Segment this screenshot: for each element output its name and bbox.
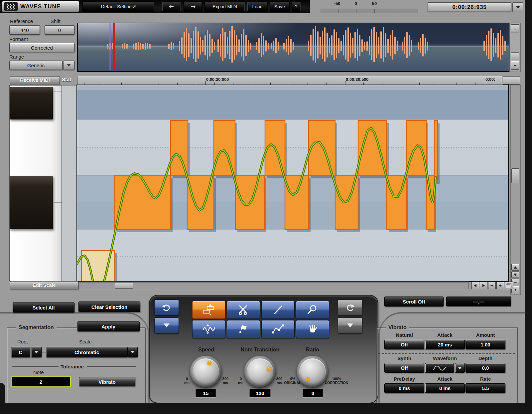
range-dropdown-button[interactable]	[63, 61, 74, 70]
speed-knob[interactable]	[190, 356, 222, 388]
receive-midi-button[interactable]: Receive MIDI	[10, 76, 60, 84]
waveform-bar	[283, 43, 285, 50]
scroll-down-button[interactable]	[511, 271, 519, 278]
waveform-overview[interactable]	[77, 23, 509, 72]
tool-console: Speed Note Transition Ratio 0ms 800ms 0m…	[149, 295, 378, 403]
arrow-up-icon	[514, 266, 517, 269]
redo-button[interactable]	[338, 300, 362, 315]
waveform-bar	[380, 31, 382, 59]
waveform-bar	[345, 30, 346, 60]
note-block[interactable]	[285, 176, 309, 230]
hand-tool[interactable]	[296, 320, 329, 338]
deck-groove	[0, 312, 150, 403]
waveform-bar	[258, 38, 260, 53]
ruler-corner-button[interactable]	[503, 76, 520, 85]
prev-preset-button[interactable]: ←	[162, 1, 181, 12]
scroll-left-button[interactable]	[471, 282, 479, 289]
note-edit-tool[interactable]	[192, 301, 225, 319]
clear-selection-button[interactable]: Clear Selection	[78, 302, 140, 312]
help-button[interactable]: ?	[292, 1, 301, 12]
waveform-bar	[227, 37, 228, 54]
vibrato-wave-tool[interactable]	[192, 320, 225, 338]
ratio-value[interactable]: 0	[303, 389, 323, 397]
waveform-bar	[171, 42, 172, 50]
formant-label: Formant	[9, 36, 28, 42]
meter-scale-label: 50	[372, 1, 377, 6]
waveform-bar	[483, 41, 485, 51]
time-format-dropdown[interactable]	[512, 2, 523, 12]
meter-cell	[338, 9, 357, 13]
waveform-bar	[422, 34, 424, 57]
pen-tool[interactable]	[261, 301, 295, 319]
waveform-bar	[418, 42, 419, 50]
waveform-bar	[493, 33, 494, 57]
key-gutter	[62, 85, 76, 281]
note-transition-knob[interactable]	[244, 356, 276, 388]
formant-toggle[interactable]: Corrected	[9, 43, 74, 52]
glue-tool[interactable]	[227, 320, 260, 338]
scroll-toggle-button[interactable]: Scroll Off	[384, 297, 444, 307]
select-all-button[interactable]: Select All	[13, 302, 74, 313]
waves-tune-window: WAVES TUNE Default Settings* ← → Export …	[0, 0, 532, 414]
next-preset-button[interactable]: →	[184, 1, 202, 12]
reference-field[interactable]: 440	[9, 25, 40, 35]
waveform-bar	[204, 35, 206, 56]
ruler-time-label: 0:00:	[485, 77, 495, 82]
waveform-bar	[198, 31, 199, 59]
edit-scale-button[interactable]: Edit Scale	[10, 281, 78, 289]
export-midi-button[interactable]: Export MIDI	[204, 1, 245, 12]
waveform-bar	[234, 30, 235, 60]
piano-black-key[interactable]	[10, 176, 53, 229]
waveform-bar	[394, 37, 396, 54]
overview-zoom-out-button[interactable]: −	[511, 61, 519, 70]
zoom-tool[interactable]	[296, 301, 329, 319]
line-curve-tool[interactable]	[261, 320, 295, 338]
waveform-bar	[278, 42, 279, 51]
waveform-bar	[373, 27, 375, 62]
waveform-bar	[290, 39, 292, 53]
pitch-edit-grid[interactable]	[76, 85, 509, 282]
timeline-ruler[interactable]: 0:00:30:0000:00:30:5000:00:	[77, 76, 502, 85]
overview-scroll-thumb[interactable]	[511, 52, 519, 60]
waveform-bar	[343, 35, 344, 56]
hzoom-out-button[interactable]: −	[488, 282, 496, 289]
waveform-bar	[359, 35, 360, 56]
piano-keyboard[interactable]	[9, 85, 62, 281]
hscroll-thumb[interactable]	[115, 282, 133, 289]
waveform-bar	[357, 29, 358, 61]
waveform-bar	[338, 38, 339, 53]
undo-history-dropdown[interactable]	[154, 317, 179, 333]
scroll-right-button[interactable]	[480, 282, 487, 289]
speed-value[interactable]: 15	[196, 389, 216, 397]
load-button[interactable]: Load	[247, 1, 268, 12]
waveform-bar	[217, 39, 219, 52]
undo-button[interactable]	[154, 300, 179, 315]
ruler-time-label: 0:00:30:000	[206, 77, 229, 82]
note-transition-value[interactable]: 120	[249, 389, 271, 397]
shift-field[interactable]: 0	[45, 25, 74, 35]
note-block[interactable]	[309, 120, 335, 176]
waveform-bar	[193, 31, 194, 59]
title-bar: WAVES TUNE Default Settings* ← → Export …	[0, 0, 310, 13]
zoom-preset-button[interactable]	[505, 282, 513, 289]
scroll-up-button[interactable]	[511, 264, 519, 271]
ratio-knob[interactable]	[297, 356, 329, 388]
vertical-scrollbar[interactable]: − +	[510, 85, 521, 295]
hzoom-in-button[interactable]: +	[496, 282, 504, 289]
range-select[interactable]: Generic	[9, 61, 63, 70]
scissors-tool[interactable]	[227, 301, 260, 319]
redo-history-dropdown[interactable]	[338, 317, 362, 333]
redo-icon	[345, 303, 355, 312]
waveform-bar	[404, 37, 405, 54]
waveform-bar	[392, 30, 393, 60]
waveform-bar	[293, 42, 294, 50]
preset-menu-button[interactable]: Default Settings*	[82, 1, 154, 12]
note-block[interactable]	[434, 120, 438, 181]
chevron-down-icon	[516, 6, 520, 9]
hscroll-track[interactable]	[78, 282, 469, 289]
save-button[interactable]: Save	[270, 1, 290, 12]
overview-zoom-in-button[interactable]: +	[511, 24, 519, 33]
piano-black-key[interactable]	[10, 87, 53, 119]
waveform-bar	[313, 29, 314, 61]
vscroll-thumb[interactable]	[511, 168, 519, 183]
